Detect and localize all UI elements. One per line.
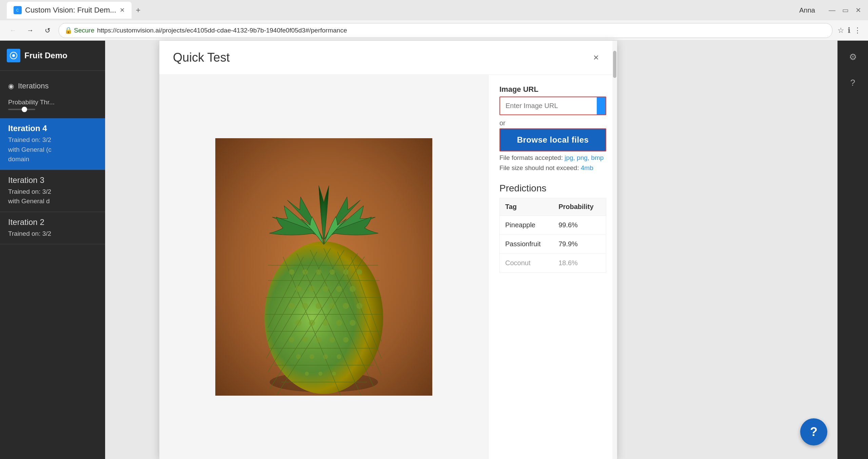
modal-header: Quick Test ×	[159, 41, 617, 75]
predictions-section: Predictions Tag Probability	[499, 183, 606, 449]
sidebar-item-iteration4[interactable]: Iteration 4 Trained on: 3/2 with General…	[0, 118, 105, 170]
svg-point-35	[322, 286, 329, 292]
address-bar[interactable]: 🔒 Secure https://customvision.ai/project…	[59, 23, 832, 38]
browser-toolbar: ← → ↺ 🔒 Secure https://customvision.ai/p…	[0, 20, 868, 41]
svg-point-48	[350, 320, 356, 326]
tab-close-button[interactable]: ✕	[120, 6, 125, 14]
svg-point-3	[12, 54, 15, 57]
svg-point-34	[309, 286, 315, 292]
prediction-tag: Pineapple	[500, 215, 553, 234]
svg-point-37	[350, 286, 356, 292]
prediction-row: Coconut18.6%	[500, 253, 606, 272]
svg-point-57	[337, 354, 341, 359]
tab-title: Custom Vision: Fruit Dem...	[25, 6, 116, 15]
sidebar-item-iteration3[interactable]: Iteration 3 Trained on: 3/2 with General…	[0, 170, 105, 212]
predictions-table: Tag Probability Pineapple99.6%Passionfru…	[500, 198, 606, 272]
svg-point-49	[289, 337, 294, 342]
iteration4-detail: Trained on: 3/2 with General (c domain	[8, 135, 97, 164]
sidebar-project-title: Fruit Demo	[24, 51, 67, 60]
file-formats-link[interactable]: jpg, png, bmp	[565, 154, 604, 161]
forward-button[interactable]: →	[24, 24, 36, 37]
arrow-right-icon	[604, 102, 606, 110]
svg-point-42	[343, 303, 349, 309]
prediction-row: Pineapple99.6%	[500, 215, 606, 234]
iteration3-detail: Trained on: 3/2 with General d	[8, 187, 97, 206]
svg-point-39	[302, 303, 308, 309]
probability-label: Probability Thr...	[8, 99, 55, 106]
right-panel: Image URL → or Browse local files	[488, 75, 617, 459]
iteration3-name: Iteration 3	[8, 175, 97, 185]
svg-text:C: C	[16, 8, 19, 12]
svg-point-45	[309, 320, 315, 326]
browse-local-files-button[interactable]: Browse local files	[499, 128, 606, 151]
predictions-title: Predictions	[499, 183, 606, 194]
window-controls: Anna — ▭ ✕	[799, 6, 861, 14]
iteration4-name: Iteration 4	[8, 124, 97, 133]
sidebar-item-iterations[interactable]: ◉ Iterations	[0, 76, 105, 96]
probability-column-header: Probability	[553, 198, 606, 216]
image-url-input[interactable]	[500, 97, 597, 114]
file-info: File formats accepted: jpg, png, bmp Fil…	[499, 153, 606, 173]
svg-point-52	[330, 337, 335, 342]
toolbar-icons: ☆ ℹ ⋮	[837, 26, 861, 35]
svg-point-32	[357, 269, 362, 275]
probability-slider[interactable]	[8, 109, 35, 110]
menu-icon[interactable]: ⋮	[854, 26, 861, 35]
svg-point-60	[332, 372, 336, 376]
minimize-button[interactable]: —	[829, 6, 835, 14]
new-tab-button[interactable]: +	[132, 3, 145, 17]
svg-point-44	[295, 320, 301, 326]
info-icon[interactable]: ℹ	[848, 26, 850, 35]
url-text: https://customvision.ai/projects/ec4105d…	[97, 27, 347, 34]
svg-point-28	[302, 269, 308, 275]
file-size-link[interactable]: 4mb	[581, 164, 593, 171]
image-url-label: Image URL	[499, 85, 606, 94]
close-button[interactable]: ✕	[855, 6, 861, 14]
secure-badge: 🔒 Secure	[64, 26, 94, 34]
modal-close-button[interactable]: ×	[589, 50, 604, 65]
tab-favicon: C	[14, 6, 22, 14]
maximize-button[interactable]: ▭	[842, 6, 849, 14]
svg-point-56	[323, 354, 328, 359]
or-divider: or	[499, 119, 606, 127]
svg-point-38	[289, 303, 295, 309]
predictions-scroll[interactable]: Tag Probability Pineapple99.6%Passionfru…	[499, 198, 606, 273]
svg-point-6	[264, 242, 383, 394]
help-button[interactable]: ?	[800, 418, 827, 445]
svg-point-50	[302, 337, 308, 342]
browser-tabs: C Custom Vision: Fruit Dem... ✕ +	[7, 2, 145, 19]
tag-column-header: Tag	[500, 198, 553, 216]
svg-point-47	[336, 320, 342, 326]
probability-threshold-section: Probability Thr...	[0, 96, 105, 113]
help-icon-button[interactable]: ?	[843, 73, 862, 92]
url-submit-button[interactable]: →	[597, 97, 606, 114]
scrollbar-thumb	[613, 75, 616, 78]
svg-point-36	[336, 286, 342, 292]
sidebar-item-iteration2[interactable]: Iteration 2 Trained on: 3/2	[0, 212, 105, 245]
predictions-scrollbar[interactable]	[612, 75, 617, 459]
svg-point-31	[343, 269, 349, 275]
sidebar: Fruit Demo ◉ Iterations Probability Thr.…	[0, 41, 105, 459]
iteration2-name: Iteration 2	[8, 217, 97, 227]
image-panel	[159, 75, 488, 459]
svg-point-43	[356, 303, 362, 309]
bookmark-icon[interactable]: ☆	[837, 26, 844, 35]
iterations-label: Iterations	[18, 82, 49, 90]
svg-point-58	[305, 372, 309, 376]
back-button[interactable]: ←	[7, 24, 19, 37]
app-container: Fruit Demo ◉ Iterations Probability Thr.…	[0, 41, 868, 459]
browser-titlebar: C Custom Vision: Fruit Dem... ✕ + Anna —…	[0, 0, 868, 20]
pineapple-image	[215, 138, 432, 396]
browser-chrome: C Custom Vision: Fruit Dem... ✕ + Anna —…	[0, 0, 868, 41]
sidebar-header: Fruit Demo	[0, 41, 105, 71]
main-content: Quick Test ×	[105, 41, 868, 459]
prediction-probability: 99.6%	[553, 215, 606, 234]
settings-icon-button[interactable]: ⚙	[843, 47, 862, 66]
prediction-probability: 18.6%	[553, 253, 606, 272]
svg-point-54	[296, 354, 301, 359]
svg-point-30	[330, 269, 335, 275]
svg-point-27	[289, 269, 294, 275]
reload-button[interactable]: ↺	[41, 24, 54, 37]
svg-point-40	[316, 303, 322, 309]
browser-tab-active[interactable]: C Custom Vision: Fruit Dem... ✕	[7, 2, 132, 19]
